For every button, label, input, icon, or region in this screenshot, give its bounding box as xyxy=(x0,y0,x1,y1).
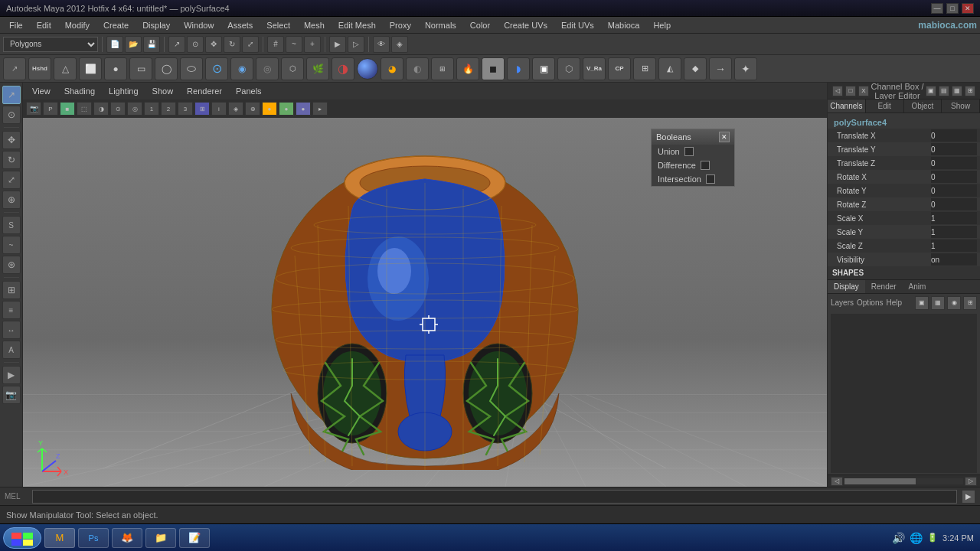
vp-grid-btn[interactable]: ⊞ xyxy=(194,102,210,116)
vp-color3-btn[interactable]: ● xyxy=(296,102,311,116)
scroll-right-btn[interactable]: ▷ xyxy=(965,477,977,486)
tab-channels[interactable]: Channels xyxy=(828,99,866,112)
layer-tab-help[interactable]: Help xyxy=(886,298,902,307)
scroll-left-btn[interactable]: ◁ xyxy=(831,477,843,486)
shelf-hshd-btn[interactable]: Hshd xyxy=(28,57,51,80)
ch-value-sz[interactable]: 1 xyxy=(931,240,977,252)
menu-modify[interactable]: Modify xyxy=(59,19,96,31)
vp-wireframe-btn[interactable]: ⬚ xyxy=(77,102,92,116)
snap-curve-btn[interactable]: ~ xyxy=(286,36,302,53)
ch-value-sy[interactable]: 1 xyxy=(931,226,977,238)
cb-icon-3[interactable]: X xyxy=(858,86,869,96)
tab-show[interactable]: Show xyxy=(942,99,980,112)
show-manip-tool[interactable]: ⊛ xyxy=(2,256,21,274)
menu-proxy[interactable]: Proxy xyxy=(384,19,417,31)
shelf-half-btn[interactable]: ◐ xyxy=(406,57,429,80)
ch-row-translate-y[interactable]: Translate Y 0 xyxy=(828,142,980,156)
menu-assets[interactable]: Assets xyxy=(221,19,259,31)
menu-color[interactable]: Color xyxy=(464,19,496,31)
cb-icon-right-1[interactable]: ▣ xyxy=(926,86,936,96)
snap-tool[interactable]: ≡ xyxy=(2,301,21,319)
tab-object[interactable]: Object xyxy=(904,99,942,112)
ch-value-vis[interactable]: on xyxy=(931,253,977,266)
shelf-tri-btn[interactable]: ◭ xyxy=(658,57,681,80)
start-button[interactable] xyxy=(3,527,41,549)
shelf-checker-btn[interactable]: ⊞ xyxy=(431,57,454,80)
menu-mesh[interactable]: Mesh xyxy=(298,19,331,31)
shelf-cp-btn[interactable]: CP xyxy=(608,57,631,80)
menu-mabioca[interactable]: Mabioca xyxy=(602,19,646,31)
cmdline-execute-button[interactable]: ▶ xyxy=(962,490,975,504)
layer-tab-layers[interactable]: Layers xyxy=(831,298,854,307)
bot-tab-display[interactable]: Display xyxy=(828,280,865,293)
taskbar-sound-icon[interactable]: 🔊 xyxy=(892,532,905,544)
taskbar-browser[interactable]: 🦊 xyxy=(112,528,142,548)
soft-mod-tool[interactable]: S xyxy=(2,216,21,234)
shelf-render-btn[interactable]: ▣ xyxy=(532,57,555,80)
ch-row-scale-x[interactable]: Scale X 1 xyxy=(828,211,980,225)
cb-icon-right-4[interactable]: ⊞ xyxy=(965,86,975,96)
layout-tool[interactable]: ⊞ xyxy=(2,281,21,299)
rotate-tool-btn[interactable]: ↻ xyxy=(224,36,240,53)
layer-btn-3[interactable]: ◉ xyxy=(947,296,961,310)
snap-grid-btn[interactable]: # xyxy=(267,36,284,53)
vp-color-btn[interactable]: ● xyxy=(262,102,277,116)
shelf-vra-btn[interactable]: V_Ra xyxy=(583,57,606,80)
sculpt-tool[interactable]: ~ xyxy=(2,236,21,254)
taskbar-notepad[interactable]: 📝 xyxy=(179,528,210,548)
scroll-thumb[interactable] xyxy=(844,478,916,484)
shelf-render2-btn[interactable]: ⬡ xyxy=(557,57,580,80)
ch-row-rotate-y[interactable]: Rotate Y 0 xyxy=(828,184,980,197)
taskbar-explorer[interactable]: 📁 xyxy=(145,528,176,548)
shelf-circle-btn[interactable]: ◯ xyxy=(155,57,178,80)
measure-tool[interactable]: ↔ xyxy=(2,321,21,339)
viewport-menu-shading[interactable]: Shading xyxy=(58,85,101,97)
ch-value-rx[interactable]: 0 xyxy=(931,171,977,183)
ch-value-tx[interactable]: 0 xyxy=(931,129,977,142)
layer-btn-4[interactable]: ⊞ xyxy=(963,296,977,310)
shelf-torus-btn[interactable]: ⊙ xyxy=(205,57,228,80)
shelf-plane-btn[interactable]: ▭ xyxy=(129,57,152,80)
boolean-union-checkbox[interactable] xyxy=(684,147,694,156)
ch-row-rotate-z[interactable]: Rotate Z 0 xyxy=(828,197,980,211)
shelf-tree-btn[interactable]: 🌿 xyxy=(306,57,329,80)
taskbar-photoshop[interactable]: Ps xyxy=(78,528,109,548)
shelf-arc-btn[interactable]: ◗ xyxy=(507,57,530,80)
maximize-button[interactable]: □ xyxy=(946,3,959,14)
shelf-arrow-btn[interactable]: → xyxy=(709,57,732,80)
annotation-tool[interactable]: A xyxy=(2,341,21,359)
bot-tab-render[interactable]: Render xyxy=(865,280,903,293)
move-tool[interactable]: ✥ xyxy=(2,131,21,149)
boolean-intersection[interactable]: Intersection xyxy=(652,172,734,186)
vp-persp-btn[interactable]: P xyxy=(43,102,58,116)
lasso-tool-btn[interactable]: ⊙ xyxy=(187,36,204,53)
ch-value-ry[interactable]: 0 xyxy=(931,184,977,197)
vp-shaded-btn[interactable]: ■ xyxy=(60,102,75,116)
viewport[interactable]: View Shading Lighting Show Renderer Pane… xyxy=(23,83,827,487)
ch-value-ty[interactable]: 0 xyxy=(931,143,977,155)
cb-icon-right-3[interactable]: ▦ xyxy=(952,86,962,96)
shelf-grid-btn[interactable]: ⊞ xyxy=(633,57,656,80)
iso-select-btn[interactable]: ◈ xyxy=(391,36,408,53)
boolean-union[interactable]: Union xyxy=(652,145,734,158)
boolean-difference-checkbox[interactable] xyxy=(701,161,710,170)
taskbar-maya[interactable]: M xyxy=(44,528,75,548)
shelf-subdivsphere-btn[interactable]: ◉ xyxy=(230,57,253,80)
shelf-blue-sphere-btn[interactable] xyxy=(357,58,378,80)
polygon-mode-dropdown[interactable]: Polygons Subdivision Surfaces Surfaces xyxy=(3,37,98,52)
menu-edit[interactable]: Edit xyxy=(31,19,57,31)
select-tool-btn[interactable]: ↗ xyxy=(168,36,185,53)
shelf-texture-btn[interactable]: ◕ xyxy=(381,57,403,80)
new-scene-btn[interactable]: 📄 xyxy=(106,36,123,53)
shelf-subdiv-btn[interactable]: ◎ xyxy=(256,57,279,80)
shelf-paint-btn[interactable]: ◑ xyxy=(332,57,354,80)
vp-isolate-btn[interactable]: ◎ xyxy=(127,102,142,116)
vp-camera-btn[interactable]: 📷 xyxy=(26,102,41,116)
render-btn[interactable]: ▶ xyxy=(329,36,346,53)
booleans-close-button[interactable]: ✕ xyxy=(719,132,730,142)
menu-help[interactable]: Help xyxy=(647,19,677,31)
layer-btn-2[interactable]: ▦ xyxy=(931,296,945,310)
ch-row-visibility[interactable]: Visibility on xyxy=(828,253,980,266)
scale-tool[interactable]: ⤢ xyxy=(2,171,21,189)
ch-value-tz[interactable]: 0 xyxy=(931,157,977,169)
